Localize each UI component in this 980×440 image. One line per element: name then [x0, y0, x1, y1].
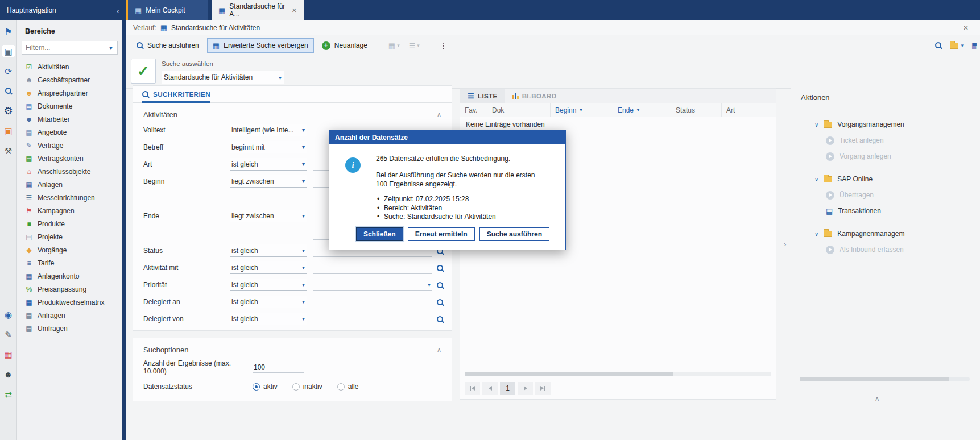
table-view-dropdown[interactable]: ▦ ▾ — [385, 39, 403, 52]
list-view-dropdown[interactable]: ☰ ▾ — [406, 39, 423, 52]
action-uebertragen[interactable]: Übertragen — [826, 187, 980, 203]
swap-icon[interactable]: ⇄ — [2, 388, 15, 400]
dialog-title[interactable]: Anzahl der Datensätze — [329, 130, 565, 144]
value-input[interactable] — [313, 296, 432, 308]
value-search-icon[interactable] — [437, 316, 444, 323]
sidebar-item-ansprechpartner[interactable]: ☻Ansprechpartner — [22, 86, 118, 99]
panel-expand-icon[interactable]: › — [784, 240, 786, 248]
close-view-icon[interactable]: ✕ — [963, 24, 973, 32]
column-ende[interactable]: Ende▼ — [613, 103, 671, 117]
next-page-button[interactable] — [518, 382, 533, 395]
run-search-dialog-button[interactable]: Suche ausführen — [479, 227, 549, 241]
operator-select[interactable]: ist gleich▾ — [230, 279, 307, 291]
folder-menu-button[interactable]: ▾ — [950, 43, 964, 49]
sidebar-item-mitarbeiter[interactable]: ☻Mitarbeiter — [22, 113, 118, 126]
sidebar-item-messeinrichtungen[interactable]: ☰Messeinrichtungen — [22, 191, 118, 204]
value-input[interactable] — [313, 313, 432, 325]
criteria-section-header[interactable]: Aktivitäten ∧ — [133, 103, 452, 124]
collapse-nav-icon[interactable]: ‹ — [117, 6, 119, 15]
search-select-combobox[interactable]: Standardsuche für Aktivitäten ▾ — [162, 71, 284, 84]
actions-collapse-icon[interactable]: ∧ — [875, 395, 880, 402]
global-search-icon[interactable] — [935, 42, 942, 49]
documents-module-icon[interactable]: ▣ — [2, 45, 15, 57]
tab-suchkriterien[interactable]: SUCHKRITERIEN — [142, 91, 210, 103]
operator-select[interactable]: ist gleich▾ — [230, 296, 307, 308]
column-status[interactable]: Status — [671, 103, 721, 117]
sidebar-item-projekte[interactable]: ▤Projekte — [22, 230, 118, 243]
action-ticket-anlegen[interactable]: Ticket anlegen — [826, 132, 980, 148]
operator-select[interactable]: ist gleich▾ — [230, 244, 307, 257]
settings-gear-icon[interactable]: ⚙ — [2, 105, 15, 117]
filter-input[interactable] — [26, 44, 106, 52]
sidebar-item-produkte[interactable]: ■Produkte — [22, 217, 118, 230]
tab-mein-cockpit[interactable]: ▦ Mein Cockpit — [126, 0, 208, 20]
funnel-icon[interactable]: ▼ — [108, 45, 114, 51]
history-icon[interactable]: ⟳ — [2, 65, 15, 77]
sidebar-item-anschlussobjekte[interactable]: ⌂Anschlussobjekte — [22, 165, 118, 178]
prev-page-button[interactable] — [482, 382, 498, 395]
options-section-header[interactable]: Suchoptionen ∧ — [133, 338, 452, 359]
close-button[interactable]: Schließen — [356, 227, 403, 241]
radio-inaktiv[interactable]: inaktiv — [292, 383, 322, 391]
sidebar-item-vertraege[interactable]: ✎Verträge — [22, 139, 118, 152]
breadcrumb-link[interactable]: Standardsuche für Aktivitäten — [171, 24, 260, 32]
sidebar-item-anlagen[interactable]: ▦Anlagen — [22, 178, 118, 191]
sidebar-item-vertragskonten[interactable]: ▤Vertragskonten — [22, 152, 118, 165]
operator-select[interactable]: liegt zwischen▾ — [230, 175, 307, 188]
operator-select[interactable]: beginnt mit▾ — [230, 141, 307, 153]
sidebar-item-vorgaenge[interactable]: ◆Vorgänge — [22, 243, 118, 256]
operator-select[interactable]: ist gleich▾ — [230, 158, 307, 171]
sidebar-item-tarife[interactable]: ≡Tarife — [22, 256, 118, 269]
notes-icon[interactable]: ✎ — [2, 328, 15, 341]
action-als-inbound-erfassen[interactable]: Als Inbound erfassen — [826, 242, 980, 258]
run-search-button[interactable]: Suche ausführen — [131, 38, 205, 53]
column-fav[interactable]: Fav. — [460, 103, 487, 117]
results-scrollbar[interactable] — [465, 372, 771, 376]
sidebar-item-anlagenkonto[interactable]: ▦Anlagenkonto — [22, 269, 118, 283]
monitor-icon[interactable]: ▣ — [2, 124, 15, 137]
value-search-icon[interactable] — [437, 299, 444, 306]
add-user-icon[interactable]: ☻ — [2, 368, 15, 380]
tab-close-icon[interactable]: ✕ — [292, 7, 297, 14]
calendar-icon[interactable]: ▦ — [2, 348, 15, 360]
operator-select[interactable]: ist gleich▾ — [230, 313, 307, 325]
bookmark-icon[interactable]: ⚑ — [2, 25, 15, 38]
tools-icon[interactable]: ⚒ — [2, 144, 15, 157]
radio-aktiv[interactable]: aktiv — [253, 383, 278, 391]
search-settings-icon[interactable] — [2, 85, 15, 97]
operator-select[interactable]: intelligent (wie Inte...▾ — [230, 124, 307, 136]
column-dok[interactable]: Dok — [487, 103, 550, 117]
sidebar-item-angebote[interactable]: ▤Angebote — [22, 126, 118, 139]
operator-select[interactable]: ist gleich▾ — [230, 261, 307, 274]
action-group-kampagnenmanagement[interactable]: ∨ Kampagnenmanagem — [814, 226, 980, 242]
tab-bi-board[interactable]: BI-BOARD — [505, 89, 564, 103]
column-beginn[interactable]: Beginn▼ — [550, 103, 613, 117]
new-record-button[interactable]: + Neuanlage — [316, 38, 373, 53]
value-input[interactable] — [313, 261, 432, 274]
current-page[interactable]: 1 — [500, 382, 515, 395]
last-page-button[interactable] — [535, 382, 551, 395]
operator-select[interactable]: liegt zwischen▾ — [230, 210, 307, 222]
action-group-sap-online[interactable]: ∨ SAP Online — [814, 171, 980, 187]
action-group-vorgangsmanagement[interactable]: ∨ Vorgangsmanagemen — [814, 117, 980, 132]
toggle-advanced-search-button[interactable]: ▦ Erweiterte Suche verbergen — [207, 38, 314, 53]
sidebar-item-produktwechselmatrix[interactable]: ▦Produktwechselmatrix — [22, 296, 118, 309]
sidebar-item-preisanpassung[interactable]: %Preisanpassung — [22, 283, 118, 296]
action-transaktionen[interactable]: ▤ Transaktionen — [826, 203, 980, 219]
favorites-eye-icon[interactable]: ◉ — [2, 308, 15, 321]
tab-standardsuche[interactable]: ▦ Standardsuche für A... ✕ — [212, 0, 304, 20]
sidebar-item-kampagnen[interactable]: ⚑Kampagnen — [22, 204, 118, 217]
radio-alle[interactable]: alle — [337, 383, 359, 391]
value-select[interactable]: ▾ — [313, 279, 432, 291]
column-art[interactable]: Art — [721, 103, 776, 117]
tab-liste[interactable]: ☰ LISTE — [460, 89, 505, 103]
actions-scrollbar[interactable] — [800, 377, 970, 381]
max-results-input[interactable] — [253, 362, 304, 373]
value-search-icon[interactable] — [437, 265, 444, 272]
sidebar-filter[interactable]: ▼ — [22, 41, 118, 55]
value-search-icon[interactable] — [437, 282, 444, 289]
action-vorgang-anlegen[interactable]: Vorgang anlegen — [826, 148, 980, 164]
sidebar-item-dokumente[interactable]: ▤Dokumente — [22, 99, 118, 113]
redetermine-button[interactable]: Erneut ermitteln — [408, 227, 475, 241]
sidebar-item-aktivitaeten[interactable]: ☑Aktivitäten — [22, 60, 118, 73]
